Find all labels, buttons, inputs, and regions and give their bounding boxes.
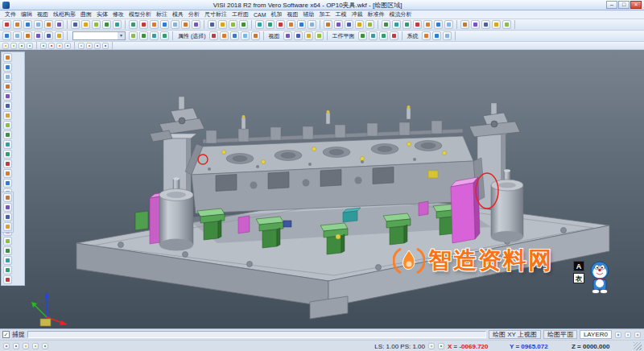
toolbar-icon[interactable] <box>3 140 12 149</box>
helper-button-a[interactable]: A <box>573 261 584 271</box>
menu-item[interactable]: 模具 <box>170 10 186 19</box>
viewport-3d[interactable]: 智造资料网 A 衣 <box>0 50 644 328</box>
toolbar-icon[interactable] <box>3 159 12 168</box>
toolbar-icon[interactable] <box>241 31 250 40</box>
toolbar-icon[interactable] <box>615 332 621 338</box>
toolbar-icon[interactable] <box>192 20 200 29</box>
toolbar-icon[interactable] <box>379 31 388 40</box>
toolbar-icon[interactable] <box>3 72 12 81</box>
toolbar-icon[interactable] <box>3 179 12 188</box>
toolbar-icon[interactable] <box>432 31 441 40</box>
resize-grip[interactable] <box>634 342 642 350</box>
toolbar-icon[interactable] <box>3 275 12 284</box>
menu-item[interactable]: 工模 <box>333 10 349 19</box>
snap-checkbox[interactable]: ✓ <box>2 331 10 338</box>
toolbar-icon[interactable] <box>34 31 43 40</box>
toolbar-icon[interactable] <box>81 20 90 29</box>
toolbar-icon[interactable] <box>32 343 39 349</box>
toolbar-icon[interactable] <box>3 222 12 231</box>
toolbar-icon[interactable] <box>139 20 148 29</box>
menu-item[interactable]: 实体 <box>94 10 110 19</box>
toolbar-icon[interactable] <box>55 20 64 29</box>
toolbar-icon[interactable] <box>27 43 33 49</box>
menu-item[interactable]: 视图 <box>35 10 51 19</box>
toolbar-icon[interactable] <box>19 43 25 49</box>
toolbar-icon[interactable] <box>23 31 32 40</box>
toolbar-icon[interactable] <box>276 20 285 29</box>
toolbar-icon[interactable] <box>129 20 138 29</box>
toolbar-icon[interactable] <box>3 121 12 130</box>
toolbar-icon[interactable] <box>3 203 12 212</box>
toolbar-icon[interactable] <box>365 20 374 29</box>
toolbar-icon[interactable] <box>3 256 12 265</box>
toolbar-icon[interactable] <box>44 20 53 29</box>
helper-button-cloth[interactable]: 衣 <box>573 273 584 283</box>
toolbar-icon[interactable] <box>502 20 511 29</box>
toolbar-icon[interactable] <box>2 20 11 29</box>
toolbar-icon[interactable] <box>2 43 9 49</box>
toolbar-icon[interactable] <box>308 20 316 29</box>
toolbar-icon[interactable] <box>139 31 148 40</box>
toolbar-icon[interactable] <box>460 20 469 29</box>
maximize-button[interactable]: □ <box>618 1 630 9</box>
toolbar-icon[interactable] <box>358 31 367 40</box>
menu-item[interactable]: 文件 <box>2 10 19 19</box>
toolbar-icon[interactable] <box>382 20 390 29</box>
toolbar-icon[interactable] <box>481 20 490 29</box>
viewport-3d-model[interactable] <box>0 50 644 328</box>
menu-item[interactable]: 工程图 <box>229 10 251 19</box>
layer-selector[interactable]: LAYER0 <box>580 330 612 339</box>
menu-item[interactable]: 冲裁 <box>349 10 365 19</box>
toolbar-icon[interactable] <box>23 343 29 349</box>
toolbar-icon[interactable] <box>3 53 12 62</box>
minimize-button[interactable]: – <box>606 1 617 9</box>
toolbar-icon[interactable] <box>423 20 432 29</box>
toolbar-icon[interactable] <box>160 31 169 40</box>
toolbar-icon[interactable] <box>64 43 71 49</box>
menu-item[interactable]: 模流分析 <box>387 10 415 19</box>
toolbar-icon[interactable] <box>78 43 85 49</box>
toolbar-icon[interactable] <box>220 31 229 40</box>
toolbar-icon[interactable] <box>55 31 64 40</box>
menu-item[interactable]: 辅助 <box>301 10 317 19</box>
toolbar-icon[interactable] <box>23 20 32 29</box>
toolbar-icon[interactable] <box>634 332 641 338</box>
toolbar-icon[interactable] <box>229 20 237 29</box>
menu-item[interactable]: 视图 <box>285 10 301 19</box>
toolbar-icon[interactable] <box>209 31 218 40</box>
toolbar-icon[interactable] <box>3 266 12 275</box>
toolbar-icon[interactable] <box>390 31 398 40</box>
toolbar-icon[interactable] <box>3 246 12 255</box>
toolbar-icon[interactable] <box>208 20 217 29</box>
toolbar-icon[interactable] <box>492 20 501 29</box>
toolbar-icon[interactable] <box>392 20 401 29</box>
toolbar-icon[interactable] <box>304 31 313 40</box>
toolbar-icon[interactable] <box>443 31 452 40</box>
close-button[interactable]: × <box>630 1 642 9</box>
toolbar-icon[interactable] <box>3 130 12 139</box>
toolbar-icon[interactable] <box>255 20 264 29</box>
toolbar-icon[interactable] <box>355 20 364 29</box>
toolbar-icon[interactable] <box>160 20 169 29</box>
toolbar-icon[interactable] <box>102 43 109 49</box>
toolbar-icon[interactable] <box>345 20 353 29</box>
toolbar-icon[interactable] <box>3 237 12 246</box>
menu-item[interactable]: 标注 <box>154 10 170 19</box>
menu-item[interactable]: 编辑 <box>19 10 35 19</box>
toolbar-icon[interactable] <box>3 101 12 110</box>
toolbar-icon[interactable] <box>413 20 422 29</box>
toolbar-icon[interactable] <box>266 20 275 29</box>
toolbar-combo[interactable]: ▾ <box>72 31 126 40</box>
toolbar-icon[interactable] <box>3 213 12 221</box>
helper-mascot[interactable]: A 衣 <box>573 261 618 299</box>
toolbar-icon[interactable] <box>251 31 260 40</box>
toolbar-icon[interactable] <box>625 332 631 338</box>
toolbar-icon[interactable] <box>10 43 17 49</box>
toolbar-icon[interactable] <box>287 20 295 29</box>
toolbar-icon[interactable] <box>3 193 12 202</box>
workplane-button[interactable]: 绘图平面 <box>543 330 577 339</box>
toolbar-icon[interactable] <box>230 31 239 40</box>
toolbar-icon[interactable] <box>283 31 292 40</box>
toolbar-icon[interactable] <box>48 43 55 49</box>
toolbar-icon[interactable] <box>44 31 53 40</box>
